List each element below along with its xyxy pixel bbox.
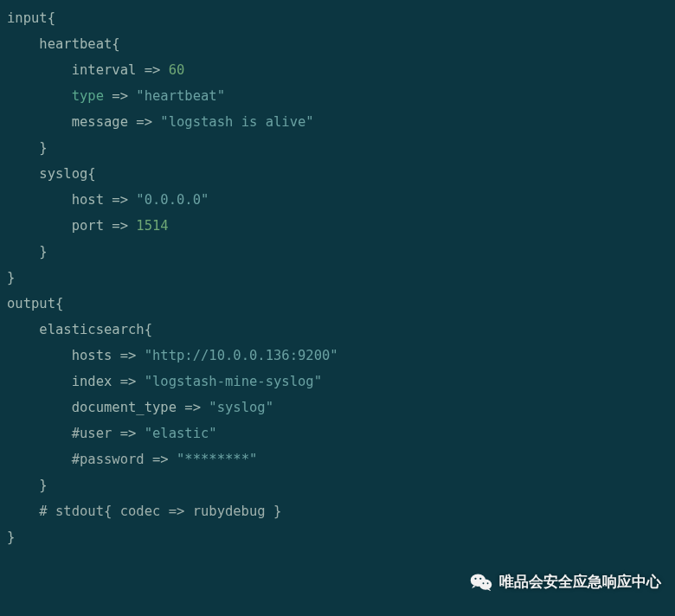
code-line: #password => "********": [7, 446, 668, 472]
code-token: "logstash is alive": [160, 114, 313, 130]
code-token: [104, 88, 112, 104]
code-token: =>: [120, 374, 137, 389]
code-token: [152, 114, 160, 130]
code-token: }: [7, 270, 15, 286]
watermark-text: 唯品会安全应急响应中心: [499, 569, 661, 595]
code-line: hosts => "http://10.0.0.136:9200": [7, 343, 668, 369]
code-token: [160, 62, 168, 78]
code-token: #password: [72, 452, 152, 467]
code-token: [169, 452, 177, 467]
code-token: [128, 218, 136, 234]
code-line: }: [7, 472, 668, 498]
code-line: }: [7, 239, 668, 265]
code-token: "logstash-mine-syslog": [145, 374, 322, 389]
code-token: =>: [112, 218, 128, 234]
code-token: [128, 88, 136, 104]
code-token: host: [72, 192, 112, 208]
code-line: # stdout{ codec => rubydebug }: [7, 498, 668, 524]
code-line: document_type => "syslog": [7, 395, 668, 420]
code-token: [136, 426, 144, 441]
code-token: }: [39, 244, 47, 260]
code-token: =>: [112, 88, 128, 104]
code-line: syslog{: [7, 161, 668, 187]
svg-point-1: [479, 580, 492, 590]
svg-point-3: [479, 578, 481, 580]
code-token: syslog{: [39, 166, 95, 182]
code-token: "0.0.0.0": [136, 192, 209, 208]
code-token: index: [72, 374, 120, 389]
code-token: =>: [120, 426, 137, 441]
code-token: input{: [7, 10, 55, 26]
code-token: "********": [177, 452, 257, 467]
code-line: }: [7, 524, 668, 550]
code-token: =>: [152, 452, 169, 467]
svg-point-2: [474, 578, 476, 580]
code-token: [128, 192, 136, 208]
code-token: [136, 374, 144, 389]
watermark: 唯品会安全应急响应中心: [470, 569, 661, 595]
code-token: message: [72, 114, 137, 130]
code-token: type: [72, 88, 104, 104]
code-block: input{ heartbeat{ interval => 60 type =>…: [0, 0, 675, 555]
code-token: "syslog": [209, 400, 273, 415]
code-token: document_type: [72, 400, 185, 415]
code-line: #user => "elastic": [7, 420, 668, 446]
code-token: 1514: [136, 218, 168, 234]
code-token: interval: [72, 62, 145, 78]
code-line: }: [7, 265, 668, 291]
code-line: index => "logstash-mine-syslog": [7, 369, 668, 395]
code-token: =>: [136, 114, 152, 130]
code-token: heartbeat{: [39, 36, 119, 52]
code-line: heartbeat{: [7, 31, 668, 57]
code-token: [201, 400, 209, 415]
code-token: #user: [72, 426, 120, 441]
code-line: output{: [7, 291, 668, 317]
code-line: message => "logstash is alive": [7, 109, 668, 135]
code-token: =>: [112, 192, 128, 208]
code-token: 60: [169, 62, 185, 78]
code-token: =>: [145, 62, 161, 78]
code-token: }: [7, 529, 15, 545]
code-line: interval => 60: [7, 57, 668, 83]
code-token: "http://10.0.0.136:9200": [145, 348, 338, 363]
code-token: hosts: [72, 348, 120, 363]
code-token: =>: [184, 400, 201, 415]
code-line: elasticsearch{: [7, 317, 668, 343]
svg-point-4: [483, 582, 485, 584]
code-line: input{: [7, 5, 668, 31]
code-token: =>: [120, 348, 137, 363]
code-token: [136, 348, 144, 363]
code-token: # stdout{ codec => rubydebug }: [39, 504, 281, 519]
code-line: host => "0.0.0.0": [7, 187, 668, 213]
code-token: "heartbeat": [136, 88, 225, 104]
svg-point-5: [487, 582, 489, 584]
code-token: }: [39, 140, 47, 156]
code-token: }: [39, 478, 47, 493]
code-line: port => 1514: [7, 213, 668, 239]
code-line: }: [7, 135, 668, 161]
code-token: output{: [7, 296, 63, 311]
wechat-icon: [470, 573, 492, 592]
code-line: type => "heartbeat": [7, 83, 668, 109]
code-token: elasticsearch{: [39, 322, 152, 337]
code-token: port: [72, 218, 112, 234]
code-token: "elastic": [145, 426, 217, 441]
